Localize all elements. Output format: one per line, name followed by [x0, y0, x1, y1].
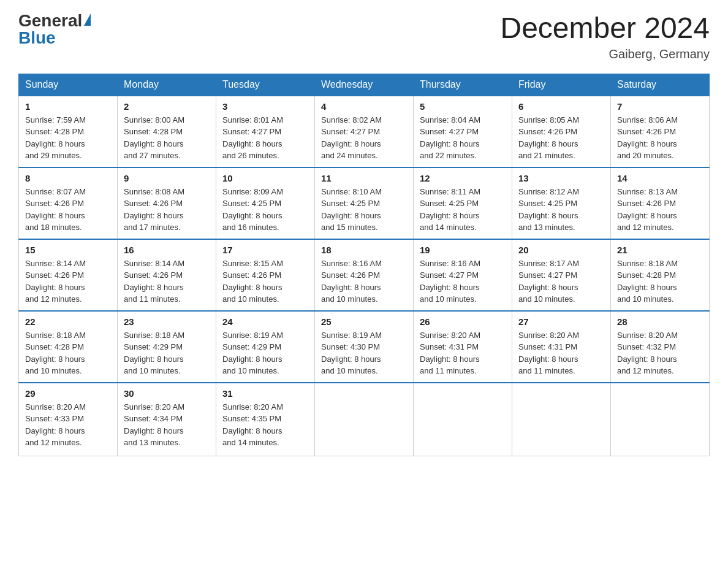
- logo-triangle-icon: [84, 13, 91, 26]
- logo-blue-text: Blue: [18, 29, 56, 47]
- day-info: Sunrise: 8:15 AMSunset: 4:26 PMDaylight:…: [222, 258, 308, 305]
- calendar-week-row: 8Sunrise: 8:07 AMSunset: 4:26 PMDaylight…: [19, 167, 710, 239]
- day-info: Sunrise: 7:59 AMSunset: 4:28 PMDaylight:…: [25, 114, 111, 162]
- day-info: Sunrise: 8:17 AMSunset: 4:27 PMDaylight:…: [518, 258, 604, 305]
- day-number: 21: [617, 245, 703, 255]
- calendar-day-cell: 12Sunrise: 8:11 AMSunset: 4:25 PMDayligh…: [414, 167, 512, 239]
- calendar-day-cell: 21Sunrise: 8:18 AMSunset: 4:28 PMDayligh…: [611, 239, 710, 311]
- day-info: Sunrise: 8:16 AMSunset: 4:26 PMDaylight:…: [321, 258, 407, 305]
- calendar-day-cell: 5Sunrise: 8:04 AMSunset: 4:27 PMDaylight…: [414, 96, 512, 167]
- day-info: Sunrise: 8:00 AMSunset: 4:28 PMDaylight:…: [124, 114, 210, 162]
- day-info: Sunrise: 8:04 AMSunset: 4:27 PMDaylight:…: [420, 114, 506, 162]
- day-info: Sunrise: 8:01 AMSunset: 4:27 PMDaylight:…: [222, 114, 308, 162]
- logo: General Blue: [18, 12, 91, 47]
- day-info: Sunrise: 8:14 AMSunset: 4:26 PMDaylight:…: [25, 258, 111, 305]
- day-number: 24: [222, 316, 308, 327]
- day-number: 1: [25, 101, 111, 112]
- day-number: 31: [222, 388, 308, 399]
- calendar-table: SundayMondayTuesdayWednesdayThursdayFrid…: [18, 74, 710, 457]
- calendar-day-cell: 18Sunrise: 8:16 AMSunset: 4:26 PMDayligh…: [315, 239, 414, 311]
- day-info: Sunrise: 8:20 AMSunset: 4:31 PMDaylight:…: [518, 329, 604, 377]
- calendar-day-cell: 25Sunrise: 8:19 AMSunset: 4:30 PMDayligh…: [315, 311, 414, 383]
- day-info: Sunrise: 8:05 AMSunset: 4:26 PMDaylight:…: [518, 114, 604, 162]
- page-header: General Blue December 2024 Gaiberg, Germ…: [18, 12, 710, 61]
- calendar-day-cell: 16Sunrise: 8:14 AMSunset: 4:26 PMDayligh…: [118, 239, 216, 311]
- day-number: 28: [617, 316, 703, 327]
- day-info: Sunrise: 8:08 AMSunset: 4:26 PMDaylight:…: [124, 186, 210, 234]
- day-info: Sunrise: 8:20 AMSunset: 4:35 PMDaylight:…: [222, 401, 308, 449]
- calendar-empty-cell: [611, 383, 710, 456]
- day-number: 5: [420, 101, 506, 112]
- calendar-week-row: 22Sunrise: 8:18 AMSunset: 4:28 PMDayligh…: [19, 311, 710, 383]
- day-number: 2: [124, 101, 210, 112]
- calendar-empty-cell: [414, 383, 512, 456]
- day-info: Sunrise: 8:20 AMSunset: 4:32 PMDaylight:…: [617, 329, 703, 377]
- day-number: 30: [124, 388, 210, 399]
- calendar-day-cell: 4Sunrise: 8:02 AMSunset: 4:27 PMDaylight…: [315, 96, 414, 167]
- day-number: 12: [420, 173, 506, 183]
- calendar-day-cell: 31Sunrise: 8:20 AMSunset: 4:35 PMDayligh…: [216, 383, 315, 456]
- day-info: Sunrise: 8:19 AMSunset: 4:30 PMDaylight:…: [321, 329, 407, 377]
- calendar-empty-cell: [512, 383, 611, 456]
- day-info: Sunrise: 8:10 AMSunset: 4:25 PMDaylight:…: [321, 186, 407, 234]
- weekday-header-sunday: Sunday: [19, 74, 118, 96]
- day-number: 27: [518, 316, 604, 327]
- day-number: 10: [222, 173, 308, 183]
- day-info: Sunrise: 8:20 AMSunset: 4:31 PMDaylight:…: [420, 329, 506, 377]
- calendar-day-cell: 19Sunrise: 8:16 AMSunset: 4:27 PMDayligh…: [414, 239, 512, 311]
- location: Gaiberg, Germany: [500, 47, 710, 61]
- weekday-header-tuesday: Tuesday: [216, 74, 315, 96]
- calendar-day-cell: 23Sunrise: 8:18 AMSunset: 4:29 PMDayligh…: [118, 311, 216, 383]
- calendar-day-cell: 22Sunrise: 8:18 AMSunset: 4:28 PMDayligh…: [19, 311, 118, 383]
- calendar-day-cell: 27Sunrise: 8:20 AMSunset: 4:31 PMDayligh…: [512, 311, 611, 383]
- day-number: 16: [124, 245, 210, 255]
- calendar-day-cell: 1Sunrise: 7:59 AMSunset: 4:28 PMDaylight…: [19, 96, 118, 167]
- day-info: Sunrise: 8:07 AMSunset: 4:26 PMDaylight:…: [25, 186, 111, 234]
- weekday-header-monday: Monday: [118, 74, 216, 96]
- day-number: 23: [124, 316, 210, 327]
- day-number: 15: [25, 245, 111, 255]
- weekday-header-saturday: Saturday: [611, 74, 710, 96]
- calendar-day-cell: 24Sunrise: 8:19 AMSunset: 4:29 PMDayligh…: [216, 311, 315, 383]
- calendar-day-cell: 15Sunrise: 8:14 AMSunset: 4:26 PMDayligh…: [19, 239, 118, 311]
- logo-general-text: General: [18, 12, 82, 29]
- day-info: Sunrise: 8:18 AMSunset: 4:28 PMDaylight:…: [617, 258, 703, 305]
- weekday-header-wednesday: Wednesday: [315, 74, 414, 96]
- day-number: 7: [617, 101, 703, 112]
- calendar-day-cell: 9Sunrise: 8:08 AMSunset: 4:26 PMDaylight…: [118, 167, 216, 239]
- day-info: Sunrise: 8:16 AMSunset: 4:27 PMDaylight:…: [420, 258, 506, 305]
- calendar-day-cell: 3Sunrise: 8:01 AMSunset: 4:27 PMDaylight…: [216, 96, 315, 167]
- calendar-day-cell: 14Sunrise: 8:13 AMSunset: 4:26 PMDayligh…: [611, 167, 710, 239]
- calendar-day-cell: 8Sunrise: 8:07 AMSunset: 4:26 PMDaylight…: [19, 167, 118, 239]
- day-number: 29: [25, 388, 111, 399]
- weekday-header-friday: Friday: [512, 74, 611, 96]
- day-info: Sunrise: 8:06 AMSunset: 4:26 PMDaylight:…: [617, 114, 703, 162]
- calendar-day-cell: 7Sunrise: 8:06 AMSunset: 4:26 PMDaylight…: [611, 96, 710, 167]
- calendar-day-cell: 6Sunrise: 8:05 AMSunset: 4:26 PMDaylight…: [512, 96, 611, 167]
- title-area: December 2024 Gaiberg, Germany: [500, 12, 710, 61]
- month-title: December 2024: [500, 12, 710, 45]
- day-info: Sunrise: 8:02 AMSunset: 4:27 PMDaylight:…: [321, 114, 407, 162]
- day-number: 13: [518, 173, 604, 183]
- day-info: Sunrise: 8:20 AMSunset: 4:33 PMDaylight:…: [25, 401, 111, 449]
- calendar-day-cell: 2Sunrise: 8:00 AMSunset: 4:28 PMDaylight…: [118, 96, 216, 167]
- day-number: 18: [321, 245, 407, 255]
- calendar-day-cell: 11Sunrise: 8:10 AMSunset: 4:25 PMDayligh…: [315, 167, 414, 239]
- calendar-empty-cell: [315, 383, 414, 456]
- calendar-day-cell: 28Sunrise: 8:20 AMSunset: 4:32 PMDayligh…: [611, 311, 710, 383]
- calendar-week-row: 15Sunrise: 8:14 AMSunset: 4:26 PMDayligh…: [19, 239, 710, 311]
- calendar-week-row: 29Sunrise: 8:20 AMSunset: 4:33 PMDayligh…: [19, 383, 710, 456]
- day-number: 25: [321, 316, 407, 327]
- day-number: 19: [420, 245, 506, 255]
- weekday-header-thursday: Thursday: [414, 74, 512, 96]
- day-number: 11: [321, 173, 407, 183]
- calendar-day-cell: 13Sunrise: 8:12 AMSunset: 4:25 PMDayligh…: [512, 167, 611, 239]
- day-number: 8: [25, 173, 111, 183]
- calendar-day-cell: 20Sunrise: 8:17 AMSunset: 4:27 PMDayligh…: [512, 239, 611, 311]
- day-info: Sunrise: 8:19 AMSunset: 4:29 PMDaylight:…: [222, 329, 308, 377]
- calendar-day-cell: 30Sunrise: 8:20 AMSunset: 4:34 PMDayligh…: [118, 383, 216, 456]
- day-number: 14: [617, 173, 703, 183]
- day-info: Sunrise: 8:18 AMSunset: 4:28 PMDaylight:…: [25, 329, 111, 377]
- day-info: Sunrise: 8:12 AMSunset: 4:25 PMDaylight:…: [518, 186, 604, 234]
- calendar-day-cell: 26Sunrise: 8:20 AMSunset: 4:31 PMDayligh…: [414, 311, 512, 383]
